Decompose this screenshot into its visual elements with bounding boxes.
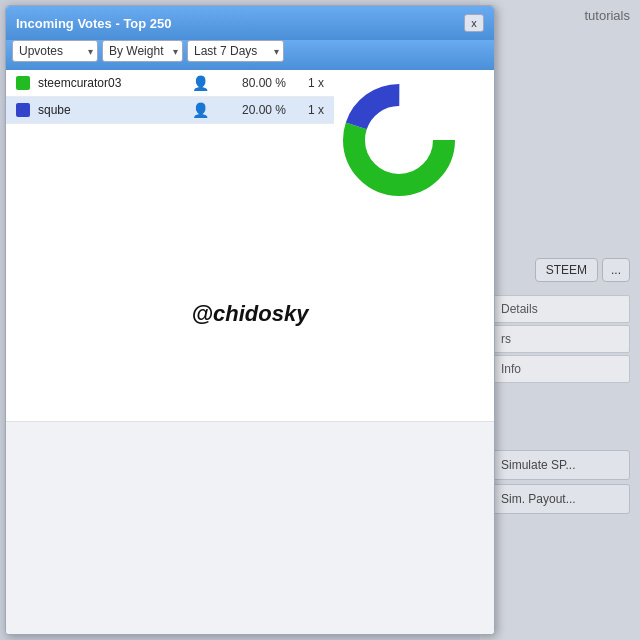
tutorials-label: tutorials [584,8,630,23]
voter-name-2: sqube [38,103,192,117]
donut-chart-area [334,70,494,208]
upvotes-filter[interactable]: Upvotes Downvotes All [12,40,98,62]
modal-toolbar: Upvotes Downvotes All By Weight By Count… [6,40,494,70]
vote-color-1 [16,76,30,90]
modal-title: Incoming Votes - Top 250 [16,16,172,31]
modal-close-button[interactable]: x [464,14,484,32]
voter-pct-2: 20.00 % [216,103,286,117]
filter2-wrapper: By Weight By Count By Value [102,40,183,62]
incoming-votes-modal: Incoming Votes - Top 250 x Upvotes Downv… [5,5,495,635]
voter-count-2: 1 x [294,103,324,117]
weight-filter[interactable]: By Weight By Count By Value [102,40,183,62]
steem-button[interactable]: STEEM [535,258,598,282]
donut-chart [334,75,464,205]
simulate-sp-button[interactable]: Simulate SP... [490,450,630,480]
filter1-wrapper: Upvotes Downvotes All [12,40,98,62]
vote-row-1[interactable]: steemcurator03 👤 80.00 % 1 x [6,70,334,97]
modal-content: steemcurator03 👤 80.00 % 1 x sqube 👤 20.… [6,70,494,634]
voter-count-1: 1 x [294,76,324,90]
days-filter[interactable]: Last 7 Days Last 30 Days All Time [187,40,284,62]
right-panel: tutorials STEEM ... Details rs Info Simu… [480,0,640,640]
sim-payout-button[interactable]: Sim. Payout... [490,484,630,514]
voter-icon-1: 👤 [192,75,208,91]
voter-name-1: steemcurator03 [38,76,192,90]
menu-item-rs[interactable]: rs [490,325,630,353]
vote-row-2[interactable]: sqube 👤 20.00 % 1 x [6,97,334,124]
vote-color-2 [16,103,30,117]
dots-button[interactable]: ... [602,258,630,282]
username-display: @chidosky [192,301,309,327]
voter-icon-2: 👤 [192,102,208,118]
menu-item-info[interactable]: Info [490,355,630,383]
steem-button-group: STEEM ... [535,258,630,282]
votes-list: steemcurator03 👤 80.00 % 1 x sqube 👤 20.… [6,70,334,208]
menu-item-details[interactable]: Details [490,295,630,323]
menu-items: Details rs Info [490,295,630,385]
donut-center [369,110,429,170]
action-buttons: Simulate SP... Sim. Payout... [490,450,630,518]
filter3-wrapper: Last 7 Days Last 30 Days All Time [187,40,284,62]
top-section: steemcurator03 👤 80.00 % 1 x sqube 👤 20.… [6,70,494,208]
modal-bottom-area [6,421,494,635]
voter-pct-1: 80.00 % [216,76,286,90]
username-area: @chidosky [6,208,494,421]
modal-header: Incoming Votes - Top 250 x [6,6,494,40]
